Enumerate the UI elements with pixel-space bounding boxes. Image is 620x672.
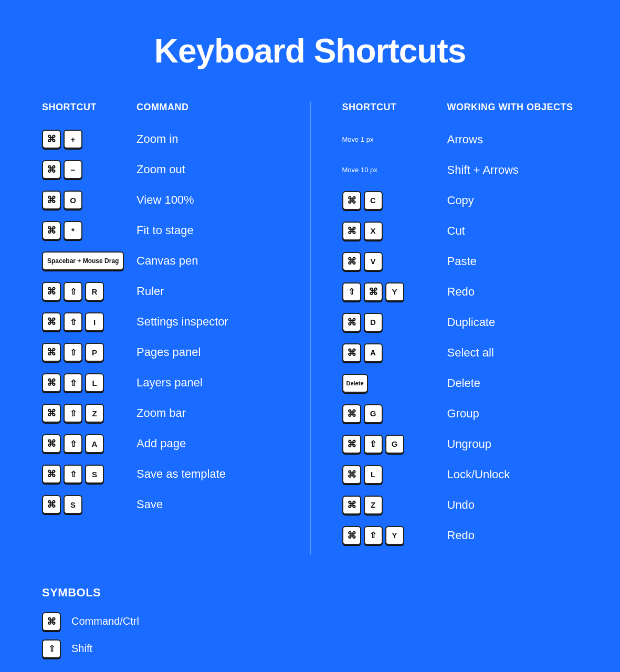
command-cell: Duplicate <box>447 316 579 329</box>
command-cell: Save as template <box>136 467 278 481</box>
command-cell: Lock/Unlock <box>447 468 579 481</box>
char-key: D <box>364 313 383 332</box>
cmd-key: ⌘ <box>42 160 61 179</box>
cmd-key: ⌘ <box>42 373 61 392</box>
keys-cell: ⌘C <box>342 191 447 210</box>
left-shortcut-header: SHORTCUT <box>42 102 136 113</box>
keys-cell: ⌘⇧Z <box>42 404 136 423</box>
right-rows: Move 1 pxArrowsMove 10 pxShift + Arrows⌘… <box>342 128 579 547</box>
shift-key: ⇧ <box>364 435 383 454</box>
command-cell: Ruler <box>136 285 278 298</box>
shift-key: ⇧ <box>342 282 361 301</box>
command-cell: Redo <box>447 285 579 299</box>
symbol-row: ⇧Shift <box>42 639 578 658</box>
left-command-header: COMMAND <box>136 102 278 113</box>
shift-key: ⇧ <box>64 404 82 423</box>
table-row: ⌘⇧RRuler <box>42 280 278 303</box>
right-headers: SHORTCUT WORKING WITH OBJECTS <box>342 102 579 113</box>
cmd-key: ⌘ <box>42 221 61 240</box>
command-cell: Cut <box>447 224 579 238</box>
char-key: A <box>364 343 383 362</box>
cmd-key: ⌘ <box>42 495 61 514</box>
command-cell: Zoom out <box>136 163 278 176</box>
char-key: L <box>364 465 383 484</box>
keys-cell: ⌘− <box>42 160 136 179</box>
keys-cell: ⌘X <box>342 222 447 240</box>
table-row: ⌘⇧LLayers panel <box>42 371 278 394</box>
table-row: ⌘⇧GUngroup <box>342 433 579 456</box>
char-key: A <box>85 434 104 453</box>
keys-cell: ⌘V <box>342 252 447 271</box>
keys-cell: ⌘⇧Y <box>342 526 447 545</box>
char-key: Y <box>385 526 404 545</box>
cmd-key: ⌘ <box>342 404 361 423</box>
keys-cell: ⇧⌘Y <box>342 282 447 301</box>
shift-key: ⇧ <box>64 343 82 362</box>
keys-cell: ⌘⇧G <box>342 435 447 454</box>
shift-key: ⇧ <box>64 312 82 331</box>
command-cell: Arrows <box>447 133 579 146</box>
command-cell: Pages panel <box>136 345 278 359</box>
table-row: ⌘⇧AAdd page <box>42 432 278 455</box>
cmd-key: ⌘ <box>342 526 361 545</box>
char-key: C <box>364 191 383 210</box>
keys-cell: Spacebar + Mouse Drag <box>42 251 136 270</box>
table-row: ⌘OView 100% <box>42 188 278 212</box>
char-key: * <box>64 221 82 240</box>
table-row: ⌘⇧ISettings inspector <box>42 310 278 333</box>
table-row: ⌘⇧YRedo <box>342 524 579 547</box>
cmd-key: ⌘ <box>42 191 61 209</box>
char-key: Y <box>385 282 404 301</box>
cmd-symbol-key: ⌘ <box>42 612 61 631</box>
shift-key: ⇧ <box>64 373 82 392</box>
table-row: ⇧⌘YRedo <box>342 280 579 303</box>
delete-key: Delete <box>342 374 368 393</box>
keys-cell: ⌘O <box>42 191 136 209</box>
main-content: SHORTCUT COMMAND ⌘+Zoom in⌘−Zoom out⌘OVi… <box>42 102 578 554</box>
shift-symbol-key: ⇧ <box>42 639 61 658</box>
wide-key: Spacebar + Mouse Drag <box>42 251 124 270</box>
char-key: + <box>64 130 82 149</box>
keys-cell: Move 10 px <box>342 166 447 174</box>
keys-cell: ⌘⇧I <box>42 312 136 331</box>
command-cell: Group <box>447 407 579 421</box>
char-key: S <box>85 465 104 484</box>
keys-cell: ⌘⇧A <box>42 434 136 453</box>
keys-cell: ⌘Z <box>342 496 447 514</box>
command-cell: Paste <box>447 255 579 268</box>
char-key: G <box>364 404 383 423</box>
shift-key: ⇧ <box>364 526 383 545</box>
keys-cell: ⌘* <box>42 221 136 240</box>
command-cell: Shift + Arrows <box>447 163 579 177</box>
char-key: O <box>64 191 82 209</box>
section-divider <box>310 102 311 554</box>
keys-cell: ⌘⇧P <box>42 343 136 362</box>
table-row: ⌘DDuplicate <box>342 311 579 334</box>
table-row: ⌘+Zoom in <box>42 128 278 151</box>
table-row: ⌘VPaste <box>342 250 579 273</box>
symbol-label: Shift <box>71 643 92 655</box>
command-cell: Select all <box>447 346 579 360</box>
symbols-section: SYMBOLS ⌘Command/Ctrl⇧Shift <box>42 586 578 658</box>
table-row: ⌘⇧PPages panel <box>42 341 278 364</box>
command-cell: Layers panel <box>136 376 278 390</box>
cmd-key: ⌘ <box>42 434 61 453</box>
char-key: X <box>364 222 383 240</box>
keys-cell: ⌘D <box>342 313 447 332</box>
command-cell: Zoom in <box>136 132 278 146</box>
cmd-key: ⌘ <box>42 404 61 423</box>
command-cell: Add page <box>136 437 278 450</box>
symbol-label: Command/Ctrl <box>71 615 139 627</box>
table-row: ⌘GGroup <box>342 402 579 425</box>
table-row: ⌘CCopy <box>342 189 579 212</box>
keys-cell: Move 1 px <box>342 135 447 143</box>
table-row: ⌘−Zoom out <box>42 158 278 181</box>
text-key: Move 10 px <box>342 166 377 174</box>
char-key: L <box>85 373 104 392</box>
left-section: SHORTCUT COMMAND ⌘+Zoom in⌘−Zoom out⌘OVi… <box>42 102 278 554</box>
command-cell: Zoom bar <box>136 406 278 420</box>
char-key: Z <box>364 496 383 514</box>
symbol-rows: ⌘Command/Ctrl⇧Shift <box>42 612 578 658</box>
cmd-key: ⌘ <box>342 222 361 240</box>
command-cell: Save <box>136 498 278 511</box>
